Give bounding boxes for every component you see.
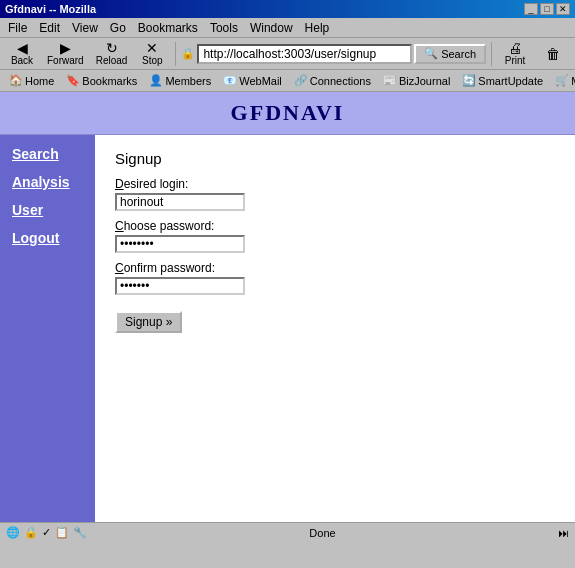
password-input[interactable]	[115, 235, 245, 253]
menu-edit[interactable]: Edit	[33, 19, 66, 37]
status-icon-3: ✓	[42, 526, 51, 539]
print-button[interactable]: 🖨 Print	[497, 40, 533, 68]
confirm-field-group: Confirm password:	[115, 261, 555, 295]
signup-form: Desired login: Choose password: Confirm …	[115, 177, 555, 333]
page-header: Gfdnavi	[0, 92, 575, 135]
bookmark-bizjournal-label: BizJournal	[399, 75, 450, 87]
browser-page: Gfdnavi Search Analysis User Logout Sign…	[0, 92, 575, 522]
signup-button[interactable]: Signup »	[115, 311, 182, 333]
toolbar: ◀ Back ▶ Forward ↻ Reload ✕ Stop 🔒 🔍 Sea…	[0, 38, 575, 70]
menu-bookmarks[interactable]: Bookmarks	[132, 19, 204, 37]
status-text: Done	[309, 527, 335, 539]
bookmark-connections-label: Connections	[310, 75, 371, 87]
menu-view[interactable]: View	[66, 19, 104, 37]
stop-button[interactable]: ✕ Stop	[134, 40, 170, 68]
menu-window[interactable]: Window	[244, 19, 299, 37]
minimize-button[interactable]: _	[524, 3, 538, 15]
status-icons-left: 🌐 🔒 ✓ 📋 🔧	[6, 526, 87, 539]
bookmark-smartupdate-label: SmartUpdate	[478, 75, 543, 87]
bookmarks-bar: 🏠 Home 🔖 Bookmarks 👤 Members 📧 WebMail 🔗…	[0, 70, 575, 92]
bookmark-bizjournal[interactable]: 📰 BizJournal	[378, 73, 455, 88]
smartupdate-icon: 🔄	[462, 74, 476, 87]
sidebar-item-analysis[interactable]: Analysis	[0, 168, 95, 196]
address-input[interactable]	[197, 44, 412, 64]
bookmark-home-label: Home	[25, 75, 54, 87]
menu-help[interactable]: Help	[299, 19, 336, 37]
status-icon-1: 🌐	[6, 526, 20, 539]
reload-button[interactable]: ↻ Reload	[91, 40, 133, 68]
login-label: Desired login:	[115, 177, 555, 191]
reload-icon: ↻	[106, 41, 118, 55]
bookmarks-icon: 🔖	[66, 74, 80, 87]
menu-tools[interactable]: Tools	[204, 19, 244, 37]
sidebar: Search Analysis User Logout	[0, 135, 95, 522]
print-label: Print	[505, 55, 526, 66]
bookmark-members[interactable]: 👤 Members	[144, 73, 216, 88]
back-label: Back	[11, 55, 33, 66]
toolbar-separator	[175, 42, 176, 66]
bookmark-webmail-label: WebMail	[239, 75, 282, 87]
bookmark-bookmarks[interactable]: 🔖 Bookmarks	[61, 73, 142, 88]
trash-icon: 🗑	[546, 47, 560, 61]
sidebar-item-user[interactable]: User	[0, 196, 95, 224]
toolbar-separator-2	[491, 42, 492, 66]
trash-button[interactable]: 🗑	[535, 40, 571, 68]
bookmark-mktplace-label: Mktplace	[571, 75, 575, 87]
password-field-group: Choose password:	[115, 219, 555, 253]
sidebar-item-search[interactable]: Search	[0, 140, 95, 168]
back-icon: ◀	[17, 41, 28, 55]
back-button[interactable]: ◀ Back	[4, 40, 40, 68]
status-nav-icon: ⏭	[558, 527, 569, 539]
search-icon: 🔍	[424, 47, 438, 60]
main-content: Signup Desired login: Choose password:	[95, 135, 575, 522]
password-label: Choose password:	[115, 219, 555, 233]
stop-icon: ✕	[146, 41, 158, 55]
login-field-group: Desired login:	[115, 177, 555, 211]
page-title: Gfdnavi	[231, 100, 345, 125]
page-body: Search Analysis User Logout Signup Desir…	[0, 135, 575, 522]
signup-heading: Signup	[115, 150, 555, 167]
connections-icon: 🔗	[294, 74, 308, 87]
window-controls[interactable]: _ □ ✕	[524, 3, 570, 15]
home-icon: 🏠	[9, 74, 23, 87]
status-icon-4: 📋	[55, 526, 69, 539]
reload-label: Reload	[96, 55, 128, 66]
webmail-icon: 📧	[223, 74, 237, 87]
members-icon: 👤	[149, 74, 163, 87]
sidebar-item-logout[interactable]: Logout	[0, 224, 95, 252]
forward-button[interactable]: ▶ Forward	[42, 40, 89, 68]
maximize-button[interactable]: □	[540, 3, 554, 15]
status-icons-right: ⏭	[558, 527, 569, 539]
search-go-button[interactable]: 🔍 Search	[414, 44, 486, 64]
stop-label: Stop	[142, 55, 163, 66]
window-title-bar: Gfdnavi -- Mozilla _ □ ✕	[0, 0, 575, 18]
bookmark-smartupdate[interactable]: 🔄 SmartUpdate	[457, 73, 548, 88]
status-bar: 🌐 🔒 ✓ 📋 🔧 Done ⏭	[0, 522, 575, 542]
forward-icon: ▶	[60, 41, 71, 55]
menu-go[interactable]: Go	[104, 19, 132, 37]
status-icon-5: 🔧	[73, 526, 87, 539]
confirm-label: Confirm password:	[115, 261, 555, 275]
mktplace-icon: 🛒	[555, 74, 569, 87]
print-icon: 🖨	[508, 41, 522, 55]
bookmark-home[interactable]: 🏠 Home	[4, 73, 59, 88]
close-button[interactable]: ✕	[556, 3, 570, 15]
menu-bar: File Edit View Go Bookmarks Tools Window…	[0, 18, 575, 38]
bookmark-members-label: Members	[165, 75, 211, 87]
bizjournal-icon: 📰	[383, 74, 397, 87]
bookmark-connections[interactable]: 🔗 Connections	[289, 73, 376, 88]
bookmark-bookmarks-label: Bookmarks	[82, 75, 137, 87]
window-title: Gfdnavi -- Mozilla	[5, 3, 96, 15]
confirm-input[interactable]	[115, 277, 245, 295]
bookmark-mktplace[interactable]: 🛒 Mktplace	[550, 73, 575, 88]
search-go-label: Search	[441, 48, 476, 60]
status-icon-2: 🔒	[24, 526, 38, 539]
menu-file[interactable]: File	[2, 19, 33, 37]
forward-label: Forward	[47, 55, 84, 66]
address-label: 🔒	[181, 47, 195, 60]
login-input[interactable]	[115, 193, 245, 211]
bookmark-webmail[interactable]: 📧 WebMail	[218, 73, 287, 88]
